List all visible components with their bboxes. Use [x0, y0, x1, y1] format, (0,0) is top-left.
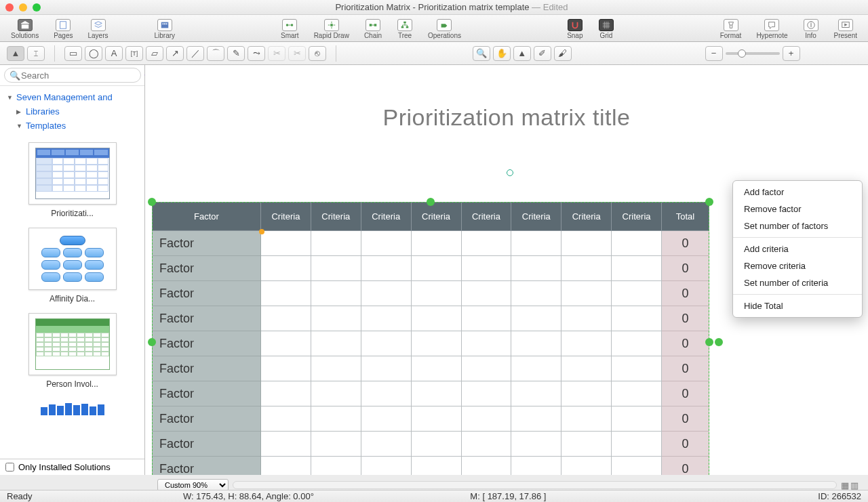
criteria-cell[interactable]: [561, 457, 612, 476]
resize-handle-tr[interactable]: [705, 198, 713, 206]
scissors-tool[interactable]: ✂: [268, 46, 285, 61]
menu-item[interactable]: Add factor: [733, 184, 862, 201]
criteria-cell[interactable]: [461, 231, 511, 256]
resize-handle-tl[interactable]: [148, 198, 156, 206]
matrix-selection[interactable]: FactorCriteriaCriteriaCriteriaCriteriaCr…: [152, 202, 709, 475]
text-select-tool[interactable]: ⌶: [27, 46, 45, 61]
criteria-cell[interactable]: [612, 331, 662, 356]
criteria-cell[interactable]: [361, 256, 411, 281]
criteria-cell[interactable]: [461, 281, 511, 306]
criteria-cell[interactable]: [361, 306, 411, 331]
template-thumb-person[interactable]: Person Invol...: [14, 313, 131, 389]
curve-tool[interactable]: ⌒: [207, 46, 224, 61]
criteria-cell[interactable]: [261, 406, 311, 432]
grid-button[interactable]: Grid: [591, 18, 621, 39]
criteria-cell[interactable]: [361, 281, 411, 306]
criteria-cell[interactable]: [612, 256, 662, 281]
factor-cell[interactable]: Factor: [153, 281, 261, 306]
criteria-cell[interactable]: [411, 331, 461, 356]
connector-tool[interactable]: ⤳: [248, 46, 265, 61]
criteria-cell[interactable]: [511, 406, 561, 432]
criteria-cell[interactable]: [311, 331, 361, 356]
maximize-window-button[interactable]: [33, 3, 41, 12]
zoom-tool[interactable]: 🔍: [473, 46, 490, 61]
criteria-cell[interactable]: [612, 381, 662, 406]
pan-tool[interactable]: ✋: [493, 46, 511, 61]
rapid-draw-button[interactable]: Rapid Draw: [307, 18, 356, 39]
only-installed-row[interactable]: Only Installed Solutions: [0, 459, 144, 475]
criteria-cell[interactable]: [311, 256, 361, 281]
criteria-cell[interactable]: [461, 457, 511, 476]
criteria-cell[interactable]: [461, 381, 511, 406]
ruler-toggle-icon[interactable]: ▦: [841, 480, 849, 490]
solutions-button[interactable]: Solutions: [4, 18, 45, 39]
factor-cell[interactable]: Factor: [153, 406, 261, 432]
criteria-cell[interactable]: [561, 381, 612, 406]
library-button[interactable]: Library: [148, 18, 182, 39]
criteria-cell[interactable]: [612, 406, 662, 432]
criteria-cell[interactable]: [511, 457, 561, 476]
criteria-cell[interactable]: [311, 406, 361, 432]
zoom-out-button[interactable]: −: [705, 46, 723, 61]
criteria-cell[interactable]: [361, 457, 411, 476]
menu-item[interactable]: Set number of factors: [733, 217, 862, 234]
arrow-tool[interactable]: ↗: [166, 46, 184, 61]
matrix-table[interactable]: FactorCriteriaCriteriaCriteriaCriteriaCr…: [152, 202, 709, 475]
factor-cell[interactable]: Factor: [153, 457, 261, 476]
criteria-cell[interactable]: [561, 281, 612, 306]
menu-item[interactable]: Set number of criteria: [733, 274, 862, 291]
criteria-cell[interactable]: [411, 281, 461, 306]
only-installed-checkbox[interactable]: [5, 463, 14, 472]
criteria-cell[interactable]: [612, 432, 662, 457]
line-tool[interactable]: ／: [186, 46, 204, 61]
criteria-cell[interactable]: [612, 231, 662, 256]
criteria-cell[interactable]: [411, 231, 461, 256]
brush-tool[interactable]: 🖌: [554, 46, 572, 61]
criteria-cell[interactable]: [361, 432, 411, 457]
format-button[interactable]: Format: [713, 18, 749, 39]
criteria-cell[interactable]: [411, 256, 461, 281]
criteria-cell[interactable]: [311, 281, 361, 306]
menu-item[interactable]: Add criteria: [733, 240, 862, 257]
criteria-cell[interactable]: [461, 432, 511, 457]
present-button[interactable]: Present: [827, 18, 864, 39]
criteria-cell[interactable]: [612, 281, 662, 306]
template-thumb-more[interactable]: [14, 398, 131, 419]
criteria-cell[interactable]: [511, 331, 561, 356]
criteria-cell[interactable]: [261, 432, 311, 457]
resize-handle-ml[interactable]: [148, 338, 156, 346]
layers-button[interactable]: Layers: [81, 18, 115, 39]
template-thumb-prioritization[interactable]: Prioritizati...: [14, 142, 131, 218]
anchor-handle[interactable]: [259, 229, 264, 234]
rotation-handle[interactable]: [507, 169, 513, 176]
smart-button[interactable]: Smart: [274, 18, 306, 39]
criteria-cell[interactable]: [411, 356, 461, 381]
operations-button[interactable]: Operations: [421, 18, 468, 39]
criteria-cell[interactable]: [411, 381, 461, 406]
criteria-cell[interactable]: [511, 256, 561, 281]
criteria-cell[interactable]: [361, 381, 411, 406]
criteria-cell[interactable]: [561, 331, 612, 356]
ruler-toggle-icon-2[interactable]: ▥: [850, 480, 859, 490]
tree-button[interactable]: Tree: [390, 18, 420, 39]
resize-handle-mr[interactable]: [705, 338, 713, 346]
criteria-cell[interactable]: [612, 356, 662, 381]
factor-cell[interactable]: Factor: [153, 381, 261, 406]
text-tool[interactable]: A: [105, 46, 123, 61]
criteria-cell[interactable]: [511, 381, 561, 406]
criteria-cell[interactable]: [411, 406, 461, 432]
resize-handle-extra[interactable]: [715, 338, 723, 346]
info-button[interactable]: iInfo: [796, 18, 826, 39]
select-tool[interactable]: ▲: [7, 46, 24, 61]
knife-tool[interactable]: ✂: [288, 46, 306, 61]
ellipse-tool[interactable]: ◯: [85, 46, 102, 61]
criteria-cell[interactable]: [461, 331, 511, 356]
criteria-cell[interactable]: [561, 432, 612, 457]
criteria-cell[interactable]: [261, 331, 311, 356]
factor-cell[interactable]: Factor: [153, 256, 261, 281]
criteria-cell[interactable]: [612, 457, 662, 476]
search-input[interactable]: [4, 68, 141, 83]
resize-handle-tm[interactable]: [427, 198, 435, 206]
tree-libraries[interactable]: ▶Libraries: [7, 104, 138, 119]
criteria-cell[interactable]: [261, 256, 311, 281]
